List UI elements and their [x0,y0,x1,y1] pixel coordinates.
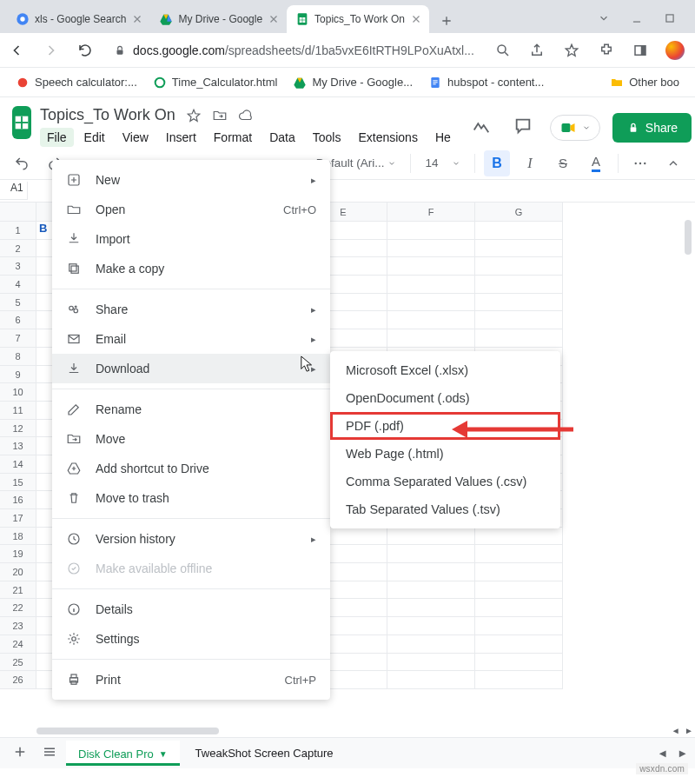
download-option[interactable]: Tab Separated Values (.tsv) [330,495,560,523]
cell[interactable] [387,240,475,258]
row-header[interactable]: 18 [0,528,36,546]
cell[interactable] [387,222,475,240]
row-header[interactable]: 12 [0,420,36,438]
close-icon[interactable] [410,13,422,25]
doc-title[interactable]: Topics_To Work On [40,106,175,124]
bookmark[interactable]: Speech calculator:... [16,76,137,90]
cell[interactable] [475,294,563,312]
menu-item-download[interactable]: Download ▸ [52,354,330,383]
cell[interactable] [387,581,475,600]
sidepanel-icon[interactable] [626,36,656,65]
menu-file[interactable]: File [40,128,74,147]
row-header[interactable]: 9 [0,366,36,384]
menu-item-move[interactable]: Move [52,424,330,454]
row-header[interactable]: 17 [0,509,36,528]
cell[interactable] [387,545,475,563]
bookmark[interactable]: My Drive - Google... [293,76,413,90]
row-header[interactable]: 23 [0,617,36,635]
cell[interactable] [387,617,475,635]
back-button[interactable] [2,36,31,65]
cell[interactable] [475,635,563,654]
new-tab-button[interactable] [434,9,459,33]
cell[interactable] [475,276,563,294]
undo-button[interactable] [9,150,35,176]
share-icon[interactable] [523,36,553,65]
vertical-scrollbar[interactable] [685,220,693,723]
row-header[interactable]: 3 [0,257,36,276]
row-header[interactable]: 26 [0,671,36,689]
cell[interactable] [387,257,475,276]
cell[interactable] [475,581,563,600]
row-header[interactable]: 25 [0,654,36,672]
name-box[interactable]: A1 [0,182,28,200]
extensions-icon[interactable] [592,36,621,65]
cell[interactable] [475,257,563,276]
sheet-tab[interactable]: TweakShot Screen Capture [183,741,346,765]
close-icon[interactable] [268,13,280,25]
menu-item-add-shortcut-to-drive[interactable]: Add shortcut to Drive [52,454,330,483]
cell[interactable] [387,654,475,672]
row-header[interactable]: 7 [0,329,36,348]
bookmark[interactable]: Time_Calculator.html [153,76,278,90]
cell[interactable] [387,528,475,546]
menu-item-share[interactable]: Share ▸ [52,295,330,324]
font-size-select[interactable]: 14 [420,156,466,169]
row-header[interactable]: 11 [0,402,36,420]
row-header[interactable]: 1 [0,222,36,240]
maximize-icon[interactable] [664,12,676,24]
menu-format[interactable]: Format [207,128,259,147]
menu-edit[interactable]: Edit [77,128,112,147]
cell[interactable] [387,276,475,294]
url-box[interactable]: docs.google.com/spreadsheets/d/1ba5vxE6I… [105,37,483,63]
cell[interactable] [475,528,563,546]
scroll-arrows[interactable]: ◄ ► [672,726,693,735]
row-header[interactable]: 10 [0,383,36,402]
browser-tab[interactable]: xls - Google Search [7,5,150,33]
menu-item-print[interactable]: Print Ctrl+P [52,665,330,694]
cell[interactable] [387,599,475,617]
bookmark[interactable]: hubspot - content... [428,76,544,90]
reload-button[interactable] [70,36,100,65]
menu-item-move-to-trash[interactable]: Move to trash [52,483,330,513]
column-header[interactable]: F [387,203,475,222]
row-header[interactable]: 4 [0,276,36,294]
row-header[interactable]: 19 [0,545,36,563]
row-header[interactable]: 2 [0,240,36,258]
menu-data[interactable]: Data [262,128,302,147]
row-header[interactable]: 6 [0,311,36,329]
text-color-button[interactable]: A [583,150,609,176]
cell[interactable] [475,240,563,258]
close-icon[interactable] [131,13,143,25]
sheet-nav-right[interactable]: ► [677,747,688,760]
all-sheets-button[interactable] [36,739,63,767]
forward-button[interactable] [36,36,66,65]
star-icon[interactable] [557,36,586,65]
menu-insert[interactable]: Insert [159,128,203,147]
italic-button[interactable]: I [517,150,543,176]
cell[interactable] [475,222,563,240]
horizontal-scrollbar[interactable] [36,727,685,735]
cell[interactable] [387,311,475,329]
add-sheet-button[interactable] [7,739,33,767]
row-header[interactable]: 21 [0,581,36,600]
row-header[interactable]: 15 [0,474,36,492]
row-header[interactable]: 5 [0,294,36,312]
bookmark[interactable]: Other boo [610,76,679,90]
row-header[interactable]: 20 [0,563,36,581]
menu-extensions[interactable]: Extensions [351,128,424,147]
download-option[interactable]: Microsoft Excel (.xlsx) [330,356,560,384]
sheets-logo[interactable] [12,106,31,139]
cell[interactable] [475,599,563,617]
row-header[interactable]: 24 [0,635,36,654]
menu-item-import[interactable]: Import [52,224,330,254]
download-option[interactable]: Web Page (.html) [330,440,560,468]
row-header[interactable]: 22 [0,599,36,617]
collapse-toolbar-button[interactable] [660,150,686,176]
scrollbar-thumb[interactable] [685,220,692,255]
cell[interactable] [475,671,563,689]
menu-item-new[interactable]: New ▸ [52,165,330,195]
download-option[interactable]: OpenDocument (.ods) [330,384,560,412]
cell[interactable] [475,329,563,348]
cloud-icon[interactable] [238,108,254,123]
cell[interactable] [475,617,563,635]
